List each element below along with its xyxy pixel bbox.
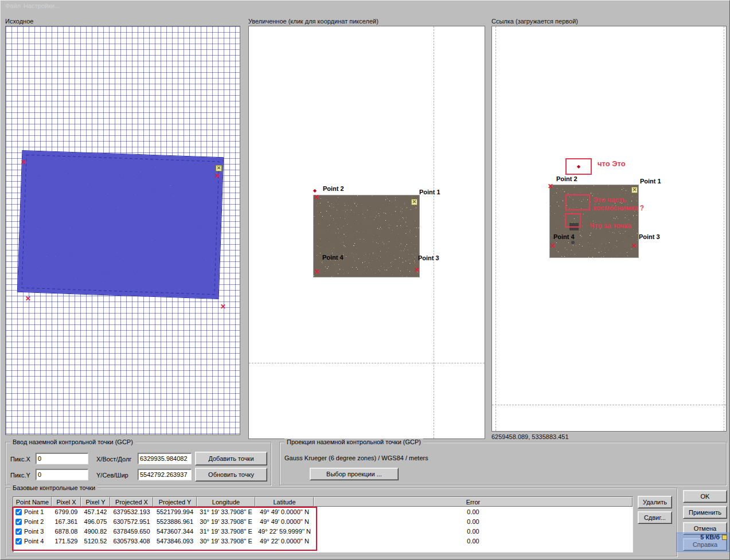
apply-button[interactable]: Применить — [683, 506, 727, 519]
cell-error: 0.00 — [314, 536, 633, 546]
cell-projected-x: 6378459.650 — [110, 526, 153, 536]
point-1-label: Point 1 — [419, 189, 440, 195]
table-row[interactable]: Point 2 167.361 496.075 6307572.951 5523… — [13, 516, 633, 526]
y-north-input[interactable] — [138, 469, 192, 480]
cell-projected-x: 6379532.193 — [110, 507, 153, 516]
annotation-part-of-image: Это часть космоснимка ? — [593, 196, 659, 212]
table-header-row: Point Name Pixel X Pixel Y Projected X P… — [13, 497, 633, 507]
pix-x-input[interactable] — [36, 453, 88, 464]
cell-pixel-x: 167.361 — [52, 516, 81, 526]
pix-y-label: Пикс.Y — [10, 472, 30, 479]
gcp-marker-icon[interactable]: ✕ — [25, 296, 31, 301]
pix-y-input[interactable] — [36, 469, 88, 480]
gcp-marker-icon[interactable]: ✕ — [548, 183, 553, 189]
add-point-button[interactable]: Добавить точки — [195, 452, 267, 465]
point-checkbox[interactable] — [15, 519, 22, 525]
crosshair-v-line — [495, 26, 496, 431]
net-speed-icon — [722, 535, 727, 540]
gcp-marker-icon[interactable]: ✕ — [550, 243, 556, 249]
cell-projected-x: 6307572.951 — [110, 516, 153, 526]
gcp-marker-icon[interactable]: ✕ — [631, 243, 637, 249]
crosshair-v-line — [434, 26, 434, 438]
zoom-panel-title: Увеличенное (клик для координат пикселей… — [248, 18, 378, 25]
annotation-box — [565, 213, 581, 228]
gcp-marker-icon[interactable]: ✕ — [314, 194, 319, 200]
annotation-what-is-this: что Это — [598, 160, 626, 168]
choose-projection-button[interactable]: Выбор проекции ... — [310, 468, 399, 480]
cell-pixel-x: 6878.08 — [52, 526, 81, 536]
col-header-error[interactable]: Error — [314, 497, 633, 507]
col-header-point-name[interactable]: Point Name — [13, 497, 52, 507]
point-checkbox[interactable] — [15, 538, 22, 545]
projection-group-title: Проекция наземной контрольной точки (GCP… — [284, 438, 423, 445]
source-map-image — [17, 150, 224, 299]
cell-pixel-x: 6799.09 — [52, 507, 81, 516]
point-name: Point 2 — [24, 518, 44, 525]
col-header-pixel-x[interactable]: Pixel X — [52, 497, 81, 507]
point-4-label: Point 4 — [553, 233, 575, 240]
projection-group: Проекция наземной контрольной точки (GCP… — [279, 442, 727, 485]
annotation-box: ◆ — [565, 158, 592, 175]
table-row[interactable]: Point 3 6878.08 4900.82 6378459.650 5473… — [13, 526, 633, 536]
gcp-marker-icon[interactable]: ✕ — [314, 269, 320, 275]
menu-file[interactable]: Файл — [5, 2, 21, 9]
gcp-marker-icon[interactable]: ✕ — [214, 173, 220, 179]
cell-projected-y: 5523886.961 — [153, 516, 197, 526]
x-east-input[interactable] — [138, 453, 192, 464]
zoom-map-image[interactable] — [313, 195, 420, 277]
table-row[interactable]: Point 4 171.529 5120.52 6305793.408 5473… — [13, 536, 633, 546]
point-checkbox[interactable] — [15, 509, 22, 515]
point-1-label: Point 1 — [640, 178, 661, 185]
y-north-label: Y/Сев/Шир — [96, 472, 128, 479]
points-tbody: Point 1 6799.09 457.142 6379532.193 5521… — [13, 507, 633, 546]
cell-projected-y: 5473846.093 — [153, 536, 197, 546]
col-header-pixel-y[interactable]: Pixel Y — [81, 497, 110, 507]
pix-x-label: Пикс.X — [10, 456, 30, 463]
point-2-label: Point 2 — [556, 175, 577, 182]
point-2-label: Point 2 — [323, 185, 344, 192]
cell-pixel-x: 171.529 — [52, 536, 81, 546]
col-header-latitude[interactable]: Latitude — [255, 497, 314, 507]
cell-longitude: 30° 19' 33.7908'' E — [197, 536, 255, 546]
tie-point-marker-icon[interactable]: ✕ — [216, 165, 222, 171]
zoom-map-canvas[interactable]: ◆ ✕ Point 2 ✕ Point 1 ✕ Point 4 ✕ Point … — [248, 26, 485, 439]
cell-projected-y: 5521799.994 — [153, 507, 197, 516]
points-table-group: Базовые контрольные точки Point Name Pix… — [5, 488, 677, 557]
point-name: Point 1 — [24, 508, 44, 515]
gcp-input-group-title: Ввод наземной контрольной точки (GCP) — [10, 438, 135, 445]
ok-button[interactable]: OK — [683, 490, 727, 503]
table-row[interactable]: Point 1 6799.09 457.142 6379532.193 5521… — [13, 507, 633, 516]
gcp-dot-icon: ◆ — [313, 189, 317, 193]
col-header-longitude[interactable]: Longitude — [197, 497, 255, 507]
point-checkbox[interactable] — [15, 528, 22, 535]
coords-readout: 6259458.089, 5335883.451 — [491, 433, 569, 440]
gcp-marker-icon[interactable]: ✕ — [220, 304, 226, 310]
net-speed-value: 5 КВ/б — [700, 534, 720, 541]
menu-settings[interactable]: Настройки... — [24, 2, 60, 9]
tie-point-marker-icon[interactable]: ✕ — [631, 187, 638, 193]
col-header-projected-x[interactable]: Projected X — [110, 497, 153, 507]
cell-pixel-y: 4900.82 — [81, 526, 110, 536]
update-point-button[interactable]: Обновить точку — [195, 468, 267, 481]
annotation-what-point: Что за точка — [590, 222, 631, 230]
point-3-label: Point 3 — [639, 233, 660, 240]
gcp-marker-icon[interactable]: ✕ — [414, 267, 420, 273]
cell-projected-x: 6305793.408 — [110, 536, 153, 546]
ref-map-canvas[interactable]: ◆ что Это ✕ Point 2 ✕ Point 1 Это часть … — [491, 26, 727, 432]
app-window: { "menu": { "items": ["Файл", "Настройки… — [0, 0, 730, 560]
annotation-box — [565, 194, 590, 210]
source-map-canvas[interactable]: ✕ ✕ ✕ ✕ ✕ — [5, 26, 240, 435]
points-listview[interactable]: Point Name Pixel X Pixel Y Projected X P… — [13, 496, 633, 553]
gcp-marker-icon[interactable]: ✕ — [21, 159, 26, 165]
crosshair-v-line — [724, 26, 724, 431]
shift-button[interactable]: Сдвиг... — [638, 511, 672, 524]
cell-error: 0.00 — [314, 526, 633, 536]
delete-point-button[interactable]: Удалить — [638, 496, 672, 508]
source-panel-title: Исходное — [5, 18, 33, 25]
projection-value: Gauss Krueger (6 degree zones) / WGS84 /… — [284, 455, 428, 461]
cell-error: 0.00 — [314, 507, 633, 516]
points-table-group-title: Базовые контрольные точки — [10, 484, 97, 491]
col-header-projected-y[interactable]: Projected Y — [153, 497, 197, 507]
tie-point-marker-icon[interactable]: ✕ — [411, 199, 417, 205]
cell-longitude: 30° 19' 33.7908'' E — [197, 516, 255, 526]
